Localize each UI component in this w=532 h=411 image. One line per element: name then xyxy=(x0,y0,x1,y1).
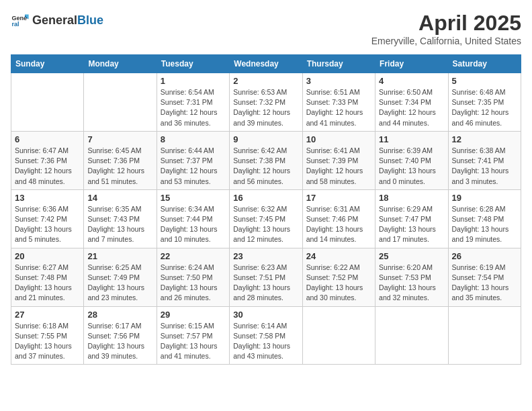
cell-day-number: 12 xyxy=(452,134,517,144)
cell-info-text: Sunrise: 6:41 AMSunset: 7:39 PMDaylight:… xyxy=(306,146,371,187)
cell-day-number: 22 xyxy=(161,251,226,261)
logo-text: GeneralBlue xyxy=(32,13,103,28)
calendar-cell: 5Sunrise: 6:48 AMSunset: 7:35 PMDaylight… xyxy=(448,73,521,132)
cell-day-number: 4 xyxy=(379,76,444,86)
cell-day-number: 13 xyxy=(15,193,80,203)
calendar-week-5: 27Sunrise: 6:18 AMSunset: 7:55 PMDayligh… xyxy=(11,306,521,365)
calendar-cell: 6Sunrise: 6:47 AMSunset: 7:36 PMDaylight… xyxy=(11,131,84,189)
calendar-cell: 18Sunrise: 6:29 AMSunset: 7:47 PMDayligh… xyxy=(375,189,448,248)
cell-day-number: 3 xyxy=(306,76,371,86)
calendar-cell: 8Sunrise: 6:44 AMSunset: 7:37 PMDaylight… xyxy=(157,131,229,189)
weekday-header-friday: Friday xyxy=(375,55,448,73)
cell-info-text: Sunrise: 6:44 AMSunset: 7:37 PMDaylight:… xyxy=(161,146,226,187)
calendar-cell: 25Sunrise: 6:20 AMSunset: 7:53 PMDayligh… xyxy=(375,248,448,306)
cell-day-number: 30 xyxy=(233,310,298,320)
location-title: Emeryville, California, United States xyxy=(371,36,521,46)
cell-day-number: 18 xyxy=(379,193,444,203)
cell-day-number: 15 xyxy=(161,193,226,203)
cell-day-number: 24 xyxy=(306,251,371,261)
weekday-header-sunday: Sunday xyxy=(11,55,84,73)
calendar-cell: 10Sunrise: 6:41 AMSunset: 7:39 PMDayligh… xyxy=(302,131,375,189)
calendar-cell: 1Sunrise: 6:54 AMSunset: 7:31 PMDaylight… xyxy=(157,73,229,132)
calendar-cell: 15Sunrise: 6:34 AMSunset: 7:44 PMDayligh… xyxy=(157,189,229,248)
cell-info-text: Sunrise: 6:19 AMSunset: 7:54 PMDaylight:… xyxy=(452,263,517,304)
cell-day-number: 21 xyxy=(87,251,152,261)
weekday-header-row: SundayMondayTuesdayWednesdayThursdayFrid… xyxy=(11,55,521,73)
cell-day-number: 14 xyxy=(87,193,152,203)
calendar-cell xyxy=(302,306,375,365)
cell-info-text: Sunrise: 6:34 AMSunset: 7:44 PMDaylight:… xyxy=(161,204,226,245)
calendar-cell: 12Sunrise: 6:38 AMSunset: 7:41 PMDayligh… xyxy=(448,131,521,189)
calendar-cell: 4Sunrise: 6:50 AMSunset: 7:34 PMDaylight… xyxy=(375,73,448,132)
cell-info-text: Sunrise: 6:15 AMSunset: 7:57 PMDaylight:… xyxy=(161,321,226,362)
cell-info-text: Sunrise: 6:23 AMSunset: 7:51 PMDaylight:… xyxy=(233,263,298,304)
cell-info-text: Sunrise: 6:38 AMSunset: 7:41 PMDaylight:… xyxy=(452,146,517,187)
calendar-body: 1Sunrise: 6:54 AMSunset: 7:31 PMDaylight… xyxy=(11,73,521,365)
calendar-cell: 17Sunrise: 6:31 AMSunset: 7:46 PMDayligh… xyxy=(302,189,375,248)
calendar-week-3: 13Sunrise: 6:36 AMSunset: 7:42 PMDayligh… xyxy=(11,189,521,248)
cell-day-number: 28 xyxy=(87,310,152,320)
weekday-header-saturday: Saturday xyxy=(448,55,521,73)
cell-info-text: Sunrise: 6:29 AMSunset: 7:47 PMDaylight:… xyxy=(379,204,444,245)
weekday-header-tuesday: Tuesday xyxy=(157,55,229,73)
weekday-header-thursday: Thursday xyxy=(302,55,375,73)
calendar-cell: 7Sunrise: 6:45 AMSunset: 7:36 PMDaylight… xyxy=(84,131,157,189)
calendar-cell: 30Sunrise: 6:14 AMSunset: 7:58 PMDayligh… xyxy=(230,306,302,365)
cell-info-text: Sunrise: 6:18 AMSunset: 7:55 PMDaylight:… xyxy=(15,321,80,362)
cell-day-number: 7 xyxy=(87,134,152,144)
month-title: April 2025 xyxy=(371,11,521,36)
calendar-cell: 14Sunrise: 6:35 AMSunset: 7:43 PMDayligh… xyxy=(84,189,157,248)
calendar-week-2: 6Sunrise: 6:47 AMSunset: 7:36 PMDaylight… xyxy=(11,131,521,189)
calendar-cell: 24Sunrise: 6:22 AMSunset: 7:52 PMDayligh… xyxy=(302,248,375,306)
calendar-cell: 16Sunrise: 6:32 AMSunset: 7:45 PMDayligh… xyxy=(230,189,302,248)
cell-day-number: 29 xyxy=(161,310,226,320)
cell-info-text: Sunrise: 6:54 AMSunset: 7:31 PMDaylight:… xyxy=(161,87,226,128)
calendar-cell: 13Sunrise: 6:36 AMSunset: 7:42 PMDayligh… xyxy=(11,189,84,248)
calendar-cell: 29Sunrise: 6:15 AMSunset: 7:57 PMDayligh… xyxy=(157,306,229,365)
cell-info-text: Sunrise: 6:39 AMSunset: 7:40 PMDaylight:… xyxy=(379,146,444,187)
cell-info-text: Sunrise: 6:35 AMSunset: 7:43 PMDaylight:… xyxy=(87,204,152,245)
weekday-header-monday: Monday xyxy=(84,55,157,73)
cell-day-number: 19 xyxy=(452,193,517,203)
cell-info-text: Sunrise: 6:17 AMSunset: 7:56 PMDaylight:… xyxy=(87,321,152,362)
cell-day-number: 23 xyxy=(233,251,298,261)
cell-day-number: 17 xyxy=(306,193,371,203)
cell-day-number: 9 xyxy=(233,134,298,144)
cell-info-text: Sunrise: 6:20 AMSunset: 7:53 PMDaylight:… xyxy=(379,263,444,304)
cell-info-text: Sunrise: 6:25 AMSunset: 7:49 PMDaylight:… xyxy=(87,263,152,304)
logo-general: General xyxy=(32,13,77,27)
calendar-cell: 3Sunrise: 6:51 AMSunset: 7:33 PMDaylight… xyxy=(302,73,375,132)
logo-blue: Blue xyxy=(77,13,103,27)
cell-info-text: Sunrise: 6:47 AMSunset: 7:36 PMDaylight:… xyxy=(15,146,80,187)
cell-info-text: Sunrise: 6:50 AMSunset: 7:34 PMDaylight:… xyxy=(379,87,444,128)
calendar-week-1: 1Sunrise: 6:54 AMSunset: 7:31 PMDaylight… xyxy=(11,73,521,132)
calendar-cell: 2Sunrise: 6:53 AMSunset: 7:32 PMDaylight… xyxy=(230,73,302,132)
cell-day-number: 16 xyxy=(233,193,298,203)
svg-text:ral: ral xyxy=(11,21,19,28)
cell-day-number: 11 xyxy=(379,134,444,144)
calendar-cell: 19Sunrise: 6:28 AMSunset: 7:48 PMDayligh… xyxy=(448,189,521,248)
calendar-cell: 27Sunrise: 6:18 AMSunset: 7:55 PMDayligh… xyxy=(11,306,84,365)
calendar-table: SundayMondayTuesdayWednesdayThursdayFrid… xyxy=(11,54,521,365)
logo-icon: Gene ral xyxy=(11,11,30,30)
cell-info-text: Sunrise: 6:27 AMSunset: 7:48 PMDaylight:… xyxy=(15,263,80,304)
cell-day-number: 2 xyxy=(233,76,298,86)
cell-info-text: Sunrise: 6:48 AMSunset: 7:35 PMDaylight:… xyxy=(452,87,517,128)
cell-day-number: 20 xyxy=(15,251,80,261)
calendar-cell xyxy=(375,306,448,365)
calendar-week-4: 20Sunrise: 6:27 AMSunset: 7:48 PMDayligh… xyxy=(11,248,521,306)
calendar-cell xyxy=(84,73,157,132)
calendar-cell: 20Sunrise: 6:27 AMSunset: 7:48 PMDayligh… xyxy=(11,248,84,306)
cell-info-text: Sunrise: 6:45 AMSunset: 7:36 PMDaylight:… xyxy=(87,146,152,187)
cell-info-text: Sunrise: 6:53 AMSunset: 7:32 PMDaylight:… xyxy=(233,87,298,128)
calendar-cell: 23Sunrise: 6:23 AMSunset: 7:51 PMDayligh… xyxy=(230,248,302,306)
header: Gene ral GeneralBlue April 2025 Emeryvil… xyxy=(11,11,521,46)
calendar-cell: 26Sunrise: 6:19 AMSunset: 7:54 PMDayligh… xyxy=(448,248,521,306)
weekday-header-wednesday: Wednesday xyxy=(230,55,302,73)
cell-day-number: 26 xyxy=(452,251,517,261)
cell-info-text: Sunrise: 6:32 AMSunset: 7:45 PMDaylight:… xyxy=(233,204,298,245)
title-area: April 2025 Emeryville, California, Unite… xyxy=(371,11,521,46)
cell-info-text: Sunrise: 6:22 AMSunset: 7:52 PMDaylight:… xyxy=(306,263,371,304)
calendar-cell xyxy=(448,306,521,365)
cell-day-number: 1 xyxy=(161,76,226,86)
